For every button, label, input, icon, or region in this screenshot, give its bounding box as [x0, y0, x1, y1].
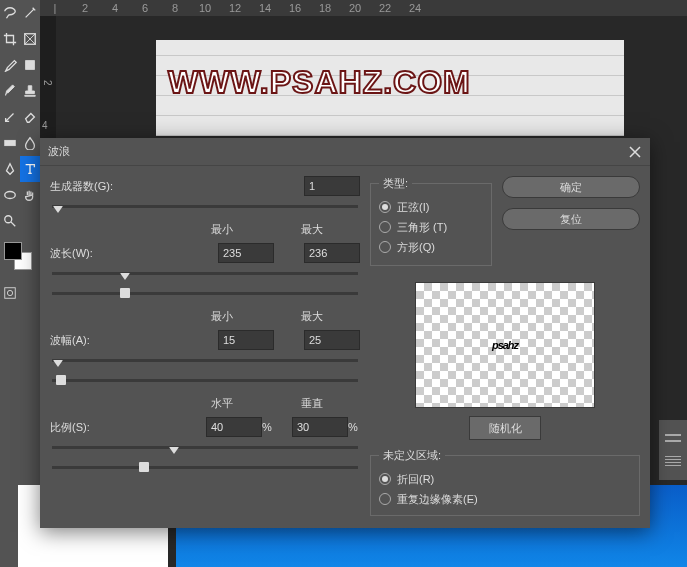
scale-v-input[interactable] — [292, 417, 348, 437]
svg-rect-2 — [5, 140, 16, 145]
close-icon[interactable] — [628, 145, 642, 159]
lasso-icon[interactable] — [0, 0, 20, 26]
panel-menu-icon[interactable] — [665, 454, 681, 466]
undef-legend: 未定义区域: — [379, 448, 445, 463]
dialog-left-panel: 生成器数(G): 最小最大 波长(W): 最小最大 波幅(A): — [50, 176, 360, 526]
amplitude-min-input[interactable] — [218, 330, 274, 350]
zoom-icon[interactable] — [0, 208, 20, 234]
vert-label: 垂直 — [282, 396, 342, 411]
generators-input[interactable] — [304, 176, 360, 196]
type-legend: 类型: — [379, 176, 412, 191]
color-swatches[interactable] — [0, 242, 40, 272]
type-square-radio[interactable]: 方形(Q) — [379, 237, 483, 257]
randomize-button[interactable]: 随机化 — [469, 416, 541, 440]
wavelength-slider-max[interactable] — [52, 289, 358, 299]
wave-dialog: 波浪 生成器数(G): 最小最大 波长(W): 最小最大 波幅(A): — [40, 138, 650, 528]
panel-icon[interactable] — [665, 434, 681, 442]
type-fieldset: 类型: 正弦(I) 三角形 (T) 方形(Q) — [370, 176, 492, 266]
amplitude-max-input[interactable] — [304, 330, 360, 350]
amplitude-label: 波幅(A): — [50, 333, 130, 348]
min-label-2: 最小 — [192, 309, 252, 324]
scale-h-input[interactable] — [206, 417, 262, 437]
wavelength-slider-min[interactable] — [52, 269, 358, 279]
scale-label: 比例(S): — [50, 420, 130, 435]
panel-dock[interactable] — [659, 420, 687, 480]
type-sine-radio[interactable]: 正弦(I) — [379, 197, 483, 217]
generators-label: 生成器数(G): — [50, 179, 130, 194]
reset-button[interactable]: 复位 — [502, 208, 640, 230]
frame-icon[interactable] — [20, 26, 40, 52]
min-label: 最小 — [192, 222, 252, 237]
pen-icon[interactable] — [0, 156, 20, 182]
preview-text: psahz — [492, 339, 518, 351]
blur-icon[interactable] — [20, 130, 40, 156]
eyedropper-icon[interactable] — [0, 52, 20, 78]
wand-icon[interactable] — [20, 0, 40, 26]
max-label: 最大 — [282, 222, 342, 237]
dialog-right-panel: 类型: 正弦(I) 三角形 (T) 方形(Q) 确定 复位 psahz 随机化 … — [360, 176, 640, 526]
gradient-icon[interactable] — [0, 130, 20, 156]
quickmask-icon[interactable] — [0, 280, 20, 306]
amplitude-slider-min[interactable] — [52, 356, 358, 366]
wavelength-min-input[interactable] — [218, 243, 274, 263]
wavelength-max-input[interactable] — [304, 243, 360, 263]
brush-icon[interactable] — [0, 78, 20, 104]
svg-rect-1 — [26, 61, 35, 70]
svg-point-4 — [5, 216, 12, 223]
ok-button[interactable]: 确定 — [502, 176, 640, 198]
hand-icon[interactable] — [20, 182, 40, 208]
eraser-icon[interactable] — [20, 104, 40, 130]
scale-slider-v[interactable] — [52, 463, 358, 473]
ruler-v-mark: 4 — [42, 120, 48, 131]
svg-rect-5 — [5, 288, 16, 299]
undef-repeat-radio[interactable]: 重复边缘像素(E) — [379, 489, 631, 509]
history-brush-icon[interactable] — [0, 104, 20, 130]
type-triangle-radio[interactable]: 三角形 (T) — [379, 217, 483, 237]
scale-slider-h[interactable] — [52, 443, 358, 453]
undef-wrap-radio[interactable]: 折回(R) — [379, 469, 631, 489]
undefined-area-fieldset: 未定义区域: 折回(R) 重复边缘像素(E) — [370, 448, 640, 516]
dialog-title: 波浪 — [48, 144, 628, 159]
fg-swatch[interactable] — [4, 242, 22, 260]
svg-point-3 — [5, 192, 16, 199]
amplitude-slider-max[interactable] — [52, 376, 358, 386]
max-label-2: 最大 — [282, 309, 342, 324]
ruler-v-mark: 2 — [42, 80, 53, 86]
generators-slider[interactable] — [52, 202, 358, 212]
horiz-label: 水平 — [192, 396, 252, 411]
path-icon[interactable] — [0, 182, 20, 208]
watermark-text: WWW.PSAHZ.COM — [168, 64, 471, 101]
tool-palette — [0, 0, 40, 567]
dialog-titlebar[interactable]: 波浪 — [40, 138, 650, 166]
crop-icon[interactable] — [0, 26, 20, 52]
svg-point-6 — [7, 290, 12, 295]
wavelength-label: 波长(W): — [50, 246, 130, 261]
preview-box: psahz — [415, 282, 595, 408]
document-canvas[interactable]: WWW.PSAHZ.COM — [156, 40, 624, 136]
type-icon[interactable] — [20, 156, 40, 182]
empty — [20, 208, 40, 234]
ruler-horizontal: |24681012141618202224 — [40, 0, 687, 16]
patch-icon[interactable] — [20, 52, 40, 78]
stamp-icon[interactable] — [20, 78, 40, 104]
